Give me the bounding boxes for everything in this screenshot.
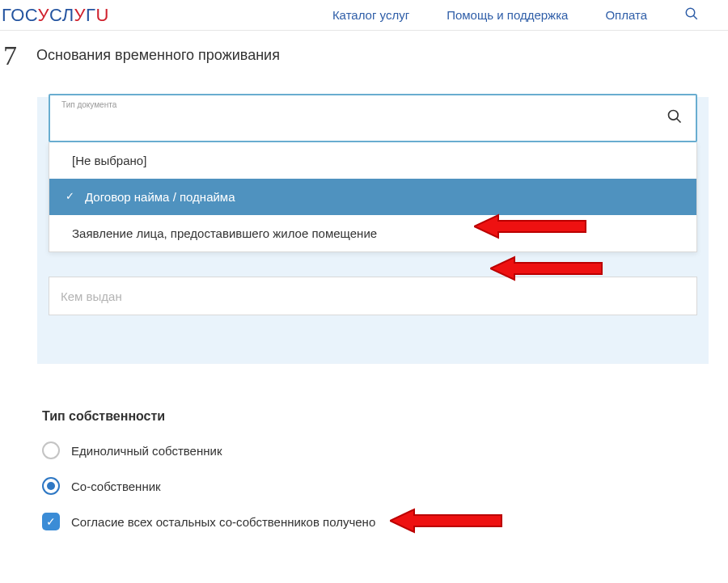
svg-line-3 (677, 119, 681, 123)
svg-marker-6 (390, 509, 502, 532)
issued-by-placeholder: Кем выдан (61, 289, 122, 303)
dropdown-list: [Не выбрано] Договор найма / поднайма За… (49, 142, 697, 252)
checkbox-consent[interactable]: ✓ Согласие всех остальных со-собственник… (42, 513, 728, 530)
nav: Каталог услуг Помощь и поддержка Оплата (332, 6, 699, 24)
select-input-box[interactable]: Тип документа (49, 94, 697, 142)
logo: ГОСУСЛУГU (0, 5, 109, 26)
header: ГОСУСЛУГU Каталог услуг Помощь и поддерж… (0, 0, 728, 31)
radio-icon[interactable] (42, 477, 60, 495)
nav-catalog[interactable]: Каталог услуг (332, 8, 409, 22)
svg-line-1 (693, 15, 697, 19)
search-icon[interactable] (684, 6, 699, 24)
radio-co-owner[interactable]: Со-собственник (42, 477, 728, 495)
option-lease[interactable]: Договор найма / поднайма (49, 179, 696, 215)
radio-label: Единоличный собственник (71, 444, 222, 458)
option-none[interactable]: [Не выбрано] (49, 142, 696, 179)
annotation-arrow-icon (390, 505, 503, 537)
ownership-title: Тип собственности (42, 409, 728, 424)
search-icon[interactable] (667, 108, 683, 128)
form-panel: Тип документа [Не выбрано] Договор найма… (37, 97, 709, 364)
checkbox-icon[interactable]: ✓ (42, 513, 60, 530)
step-header: 7 Основания временного проживания (0, 31, 728, 78)
issued-by-input[interactable]: Кем выдан (49, 277, 697, 315)
step-title: Основания временного проживания (36, 42, 280, 64)
radio-icon[interactable] (42, 441, 60, 459)
checkbox-label: Согласие всех остальных со-собственников… (71, 515, 375, 529)
select-label: Тип документа (61, 100, 116, 109)
option-statement[interactable]: Заявление лица, предоставившего жилое по… (49, 215, 696, 251)
nav-pay[interactable]: Оплата (605, 8, 647, 22)
document-type-select[interactable]: Тип документа [Не выбрано] Договор найма… (49, 94, 697, 252)
radio-sole-owner[interactable]: Единоличный собственник (42, 441, 728, 459)
nav-help[interactable]: Помощь и поддержка (447, 8, 568, 22)
step-number: 7 (3, 42, 17, 70)
svg-point-0 (686, 8, 695, 17)
radio-label: Со-собственник (71, 479, 161, 493)
svg-point-2 (669, 111, 679, 120)
